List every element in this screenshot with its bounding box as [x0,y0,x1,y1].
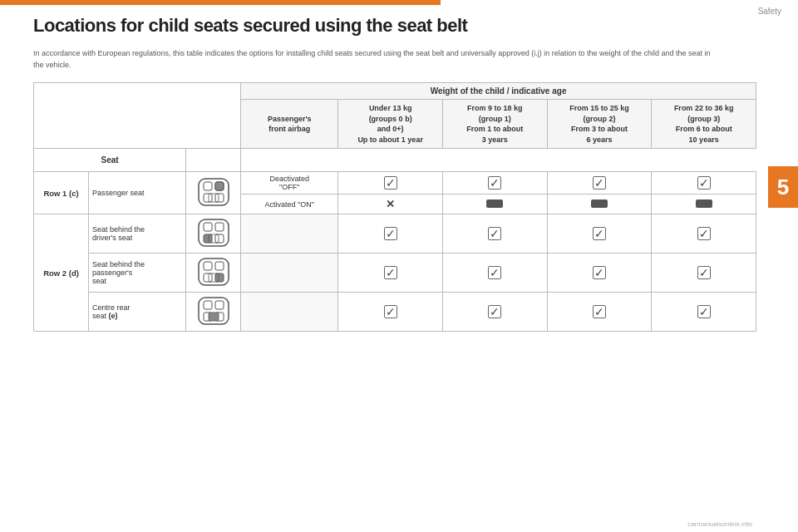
svg-rect-8 [204,223,212,231]
svg-rect-21 [215,301,224,309]
check-icon: ✓ [697,305,711,318]
seat-name-passenger-behind: Seat behind thepassenger'sseat [89,254,186,293]
check-icon: ✓ [488,305,501,318]
cell-r1-act-25 [547,195,652,214]
check-icon: ✓ [593,227,606,240]
svg-rect-11 [215,234,224,243]
cell-r2c-18: ✓ [442,293,547,332]
check-icon: ✓ [488,176,501,190]
cell-r2b-36: ✓ [652,254,756,293]
page-title: Locations for child seats secured using … [33,15,756,37]
check-icon: ✓ [697,266,711,279]
cell-r1-deact-18: ✓ [442,172,547,195]
cell-r2a-18: ✓ [442,214,547,254]
col-header-18kg: From 9 to 18 kg(group 1)From 1 to about3… [442,100,547,149]
cell-r1-act-36 [652,195,756,214]
seat-name-driver-behind: Seat behind thedriver's seat [89,214,186,254]
seat-name-centre-rear: Centre rearseat (e) [89,293,186,332]
cell-r2c-36: ✓ [652,293,756,332]
row-label-row1: Row 1 (c) [34,172,89,214]
top-orange-bar [0,0,441,5]
check-icon: ✓ [384,266,397,279]
flatbed-icon [696,200,712,208]
check-icon: ✓ [593,176,606,190]
cross-icon: ✕ [386,198,395,210]
svg-rect-7 [199,219,229,246]
car-icon-row2c [186,293,241,332]
seat-name-passenger: Passenger seat [89,172,186,214]
table-row: Row 2 (d) Seat behind thedriver's seat ✓ [34,214,756,254]
check-icon: ✓ [593,305,606,318]
svg-rect-4 [215,194,224,202]
cell-r1-act-13: ✕ [338,195,443,214]
svg-rect-5 [209,194,219,202]
col-header-36kg: From 22 to 36 kg(group 3)From 6 to about… [652,100,756,149]
flatbed-icon [591,200,608,208]
svg-rect-6 [215,182,224,190]
svg-rect-20 [204,301,212,309]
chapter-tab: 5 [768,166,798,208]
cell-r2a-36: ✓ [652,214,756,254]
table-row: Seat behind thepassenger'sseat ✓ [34,254,756,293]
check-icon: ✓ [384,176,397,190]
table-row: Row 1 (c) Passenger seat Deac [34,172,756,195]
col-header-13kg: Under 13 kg(groups 0 b)and 0+)Up to abou… [338,100,443,149]
svg-rect-15 [215,262,224,270]
table-row: Centre rearseat (e) ✓ ✓ [34,293,756,332]
col-header-25kg: From 15 to 25 kg(group 2)From 3 to about… [547,100,652,149]
svg-rect-16 [204,273,212,282]
cell-r1-deact-13: ✓ [338,172,443,195]
check-icon: ✓ [488,266,501,279]
svg-rect-13 [199,259,229,285]
svg-rect-24 [209,313,219,321]
svg-rect-17 [215,273,224,282]
cell-r2c-13: ✓ [338,293,443,332]
check-icon: ✓ [593,266,606,279]
cell-r2a-13: ✓ [338,214,443,254]
child-seat-table: Weight of the child / indicative age Pas… [33,82,756,332]
svg-rect-10 [204,234,212,243]
check-icon: ✓ [384,305,397,318]
car-icon-row1 [186,172,241,214]
svg-rect-1 [204,182,212,190]
row-label-row2: Row 2 (d) [34,214,89,332]
cell-r1-deact-36: ✓ [652,172,756,195]
watermark: carmanualsonline.info [687,520,752,528]
car-icon-row2b [186,254,241,293]
check-icon: ✓ [697,176,711,190]
car-icon-row2a [186,214,241,254]
airbag-activated: Activated "ON" [241,195,338,214]
check-icon: ✓ [697,227,711,240]
cell-r2c-25: ✓ [547,293,652,332]
svg-rect-3 [204,194,212,202]
cell-r2b-25: ✓ [547,254,652,293]
weight-header: Weight of the child / indicative age [241,83,756,100]
seat-col-header: Seat [34,149,186,172]
svg-rect-9 [215,223,224,231]
cell-r2b-13: ✓ [338,254,443,293]
col-header-airbag: Passenger'sfront airbag [241,100,338,149]
flatbed-icon [486,200,503,208]
section-label: Safety [758,7,781,16]
main-content: Locations for child seats secured using … [33,15,756,332]
check-icon: ✓ [488,227,501,240]
cell-r2a-25: ✓ [547,214,652,254]
svg-rect-14 [204,262,212,270]
cell-r1-act-18 [442,195,547,214]
airbag-deactivated: Deactivated"OFF" [241,172,338,195]
cell-r2b-18: ✓ [442,254,547,293]
cell-r1-deact-25: ✓ [547,172,652,195]
intro-text: In accordance with European regulations,… [33,48,715,71]
svg-rect-0 [199,179,229,205]
check-icon: ✓ [384,227,397,240]
